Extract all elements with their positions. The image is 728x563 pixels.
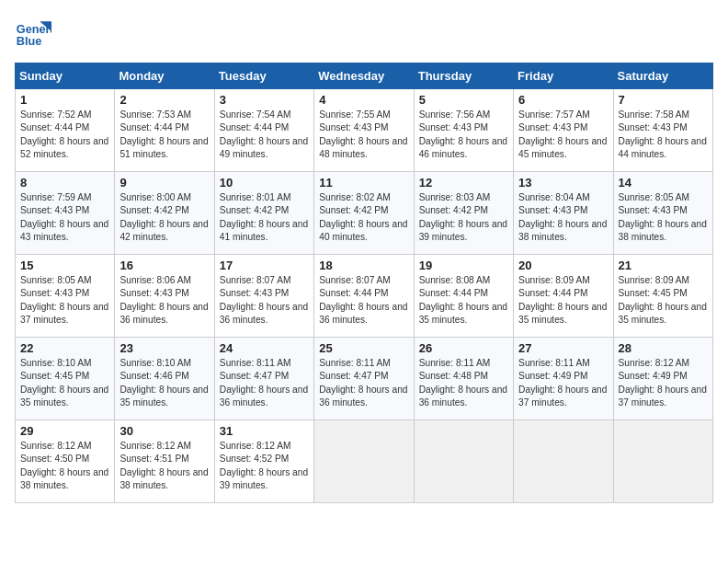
day-number: 2 xyxy=(119,93,209,107)
cell-content: Sunrise: 8:12 AMSunset: 4:51 PMDaylight:… xyxy=(119,440,209,492)
column-header-thursday: Thursday xyxy=(414,63,513,89)
page-header: General Blue xyxy=(15,15,713,52)
cell-content: Sunrise: 8:12 AMSunset: 4:49 PMDaylight:… xyxy=(619,357,708,409)
day-number: 31 xyxy=(220,424,309,438)
calendar-cell: 13 Sunrise: 8:04 AMSunset: 4:43 PMDaylig… xyxy=(514,172,613,255)
calendar-cell: 17 Sunrise: 8:07 AMSunset: 4:43 PMDaylig… xyxy=(214,255,313,338)
day-number: 15 xyxy=(20,259,109,272)
calendar-cell: 31 Sunrise: 8:12 AMSunset: 4:52 PMDaylig… xyxy=(214,420,313,503)
day-number: 4 xyxy=(319,93,408,107)
cell-content: Sunrise: 8:10 AMSunset: 4:46 PMDaylight:… xyxy=(119,357,209,409)
day-number: 26 xyxy=(419,341,508,355)
cell-content: Sunrise: 8:02 AMSunset: 4:42 PMDaylight:… xyxy=(319,191,408,244)
day-number: 8 xyxy=(20,176,109,190)
cell-content: Sunrise: 8:01 AMSunset: 4:42 PMDaylight:… xyxy=(220,191,309,244)
day-number: 14 xyxy=(619,176,708,190)
calendar-cell: 19 Sunrise: 8:08 AMSunset: 4:44 PMDaylig… xyxy=(414,255,513,338)
calendar-cell: 11 Sunrise: 8:02 AMSunset: 4:42 PMDaylig… xyxy=(314,172,414,255)
day-number: 30 xyxy=(119,424,209,438)
cell-content: Sunrise: 8:12 AMSunset: 4:50 PMDaylight:… xyxy=(20,440,109,492)
calendar-cell: 25 Sunrise: 8:11 AMSunset: 4:47 PMDaylig… xyxy=(314,338,414,420)
calendar-week-row: 15 Sunrise: 8:05 AMSunset: 4:43 PMDaylig… xyxy=(16,255,713,338)
day-number: 9 xyxy=(119,176,209,190)
calendar-week-row: 8 Sunrise: 7:59 AMSunset: 4:43 PMDayligh… xyxy=(16,172,713,255)
day-number: 16 xyxy=(119,259,209,272)
logo: General Blue xyxy=(15,15,57,52)
calendar-week-row: 22 Sunrise: 8:10 AMSunset: 4:45 PMDaylig… xyxy=(16,338,713,420)
column-header-wednesday: Wednesday xyxy=(314,63,414,89)
calendar-cell: 27 Sunrise: 8:11 AMSunset: 4:49 PMDaylig… xyxy=(514,338,613,420)
calendar-cell: 5 Sunrise: 7:56 AMSunset: 4:43 PMDayligh… xyxy=(414,89,513,172)
calendar-cell: 24 Sunrise: 8:11 AMSunset: 4:47 PMDaylig… xyxy=(214,338,313,420)
day-number: 5 xyxy=(419,93,508,107)
day-number: 7 xyxy=(619,93,708,107)
calendar-cell: 28 Sunrise: 8:12 AMSunset: 4:49 PMDaylig… xyxy=(613,338,712,420)
cell-content: Sunrise: 7:55 AMSunset: 4:43 PMDaylight:… xyxy=(319,109,408,161)
cell-content: Sunrise: 7:56 AMSunset: 4:43 PMDaylight:… xyxy=(419,109,508,161)
column-header-saturday: Saturday xyxy=(613,63,712,89)
calendar-cell: 3 Sunrise: 7:54 AMSunset: 4:44 PMDayligh… xyxy=(214,89,313,172)
calendar-week-row: 29 Sunrise: 8:12 AMSunset: 4:50 PMDaylig… xyxy=(16,420,713,503)
column-header-friday: Friday xyxy=(514,63,613,89)
cell-content: Sunrise: 8:09 AMSunset: 4:44 PMDaylight:… xyxy=(518,274,608,327)
cell-content: Sunrise: 8:12 AMSunset: 4:52 PMDaylight:… xyxy=(220,440,309,492)
cell-content: Sunrise: 8:11 AMSunset: 4:47 PMDaylight:… xyxy=(220,357,309,409)
day-number: 21 xyxy=(619,259,708,272)
cell-content: Sunrise: 8:05 AMSunset: 4:43 PMDaylight:… xyxy=(619,191,708,244)
cell-content: Sunrise: 8:08 AMSunset: 4:44 PMDaylight:… xyxy=(419,274,508,327)
calendar-cell: 2 Sunrise: 7:53 AMSunset: 4:44 PMDayligh… xyxy=(115,89,214,172)
calendar-cell: 14 Sunrise: 8:05 AMSunset: 4:43 PMDaylig… xyxy=(613,172,712,255)
day-number: 11 xyxy=(319,176,408,190)
day-number: 28 xyxy=(619,341,708,355)
logo-icon: General Blue xyxy=(15,15,51,52)
day-number: 12 xyxy=(419,176,508,190)
cell-content: Sunrise: 7:58 AMSunset: 4:43 PMDaylight:… xyxy=(619,109,708,161)
cell-content: Sunrise: 8:07 AMSunset: 4:44 PMDaylight:… xyxy=(319,274,408,327)
cell-content: Sunrise: 8:00 AMSunset: 4:42 PMDaylight:… xyxy=(119,191,209,244)
column-header-monday: Monday xyxy=(115,63,214,89)
calendar-cell: 7 Sunrise: 7:58 AMSunset: 4:43 PMDayligh… xyxy=(613,89,712,172)
cell-content: Sunrise: 7:52 AMSunset: 4:44 PMDaylight:… xyxy=(20,109,109,161)
calendar-cell: 12 Sunrise: 8:03 AMSunset: 4:42 PMDaylig… xyxy=(414,172,513,255)
cell-content: Sunrise: 8:11 AMSunset: 4:48 PMDaylight:… xyxy=(419,357,508,409)
day-number: 6 xyxy=(518,93,608,107)
day-number: 13 xyxy=(518,176,608,190)
calendar-cell: 30 Sunrise: 8:12 AMSunset: 4:51 PMDaylig… xyxy=(115,420,214,503)
day-number: 29 xyxy=(20,424,109,438)
column-header-tuesday: Tuesday xyxy=(214,63,313,89)
cell-content: Sunrise: 7:57 AMSunset: 4:43 PMDaylight:… xyxy=(518,109,608,161)
cell-content: Sunrise: 7:53 AMSunset: 4:44 PMDaylight:… xyxy=(119,109,209,161)
cell-content: Sunrise: 8:07 AMSunset: 4:43 PMDaylight:… xyxy=(220,274,309,327)
cell-content: Sunrise: 8:09 AMSunset: 4:45 PMDaylight:… xyxy=(619,274,708,327)
calendar-cell: 16 Sunrise: 8:06 AMSunset: 4:43 PMDaylig… xyxy=(115,255,214,338)
calendar-cell xyxy=(613,420,712,503)
day-number: 19 xyxy=(419,259,508,272)
calendar-cell: 6 Sunrise: 7:57 AMSunset: 4:43 PMDayligh… xyxy=(514,89,613,172)
day-number: 18 xyxy=(319,259,408,272)
calendar-cell xyxy=(314,420,414,503)
calendar-cell: 23 Sunrise: 8:10 AMSunset: 4:46 PMDaylig… xyxy=(115,338,214,420)
calendar-cell: 1 Sunrise: 7:52 AMSunset: 4:44 PMDayligh… xyxy=(16,89,115,172)
calendar-table: SundayMondayTuesdayWednesdayThursdayFrid… xyxy=(15,63,713,503)
calendar-cell: 26 Sunrise: 8:11 AMSunset: 4:48 PMDaylig… xyxy=(414,338,513,420)
day-number: 1 xyxy=(20,93,109,107)
calendar-cell: 29 Sunrise: 8:12 AMSunset: 4:50 PMDaylig… xyxy=(16,420,115,503)
day-number: 24 xyxy=(220,341,309,355)
cell-content: Sunrise: 7:59 AMSunset: 4:43 PMDaylight:… xyxy=(20,191,109,244)
day-number: 23 xyxy=(119,341,209,355)
calendar-cell: 9 Sunrise: 8:00 AMSunset: 4:42 PMDayligh… xyxy=(115,172,214,255)
calendar-cell: 4 Sunrise: 7:55 AMSunset: 4:43 PMDayligh… xyxy=(314,89,414,172)
cell-content: Sunrise: 8:04 AMSunset: 4:43 PMDaylight:… xyxy=(518,191,608,244)
day-number: 27 xyxy=(518,341,608,355)
day-number: 22 xyxy=(20,341,109,355)
cell-content: Sunrise: 8:10 AMSunset: 4:45 PMDaylight:… xyxy=(20,357,109,409)
cell-content: Sunrise: 8:11 AMSunset: 4:47 PMDaylight:… xyxy=(319,357,408,409)
day-number: 20 xyxy=(518,259,608,272)
calendar-cell: 22 Sunrise: 8:10 AMSunset: 4:45 PMDaylig… xyxy=(16,338,115,420)
calendar-cell: 20 Sunrise: 8:09 AMSunset: 4:44 PMDaylig… xyxy=(514,255,613,338)
calendar-cell: 15 Sunrise: 8:05 AMSunset: 4:43 PMDaylig… xyxy=(16,255,115,338)
calendar-cell xyxy=(414,420,513,503)
day-number: 17 xyxy=(220,259,309,272)
cell-content: Sunrise: 7:54 AMSunset: 4:44 PMDaylight:… xyxy=(220,109,309,161)
calendar-cell: 18 Sunrise: 8:07 AMSunset: 4:44 PMDaylig… xyxy=(314,255,414,338)
